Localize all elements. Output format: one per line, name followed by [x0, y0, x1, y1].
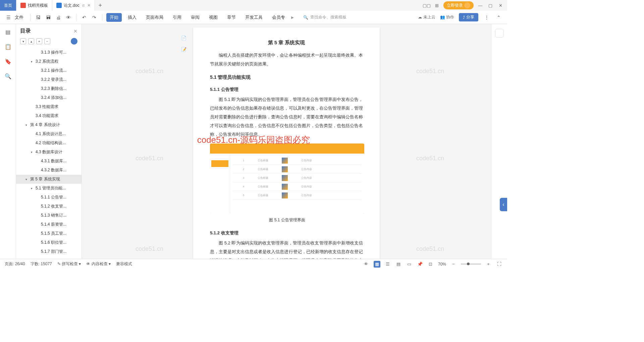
toc-remove-icon[interactable]: − — [44, 38, 50, 44]
toc-item[interactable]: 5.1.1 公告管... — [16, 193, 82, 202]
clipboard-icon[interactable]: 📋 — [4, 43, 12, 50]
undo-icon[interactable]: ↶ — [80, 14, 88, 21]
toc-item[interactable]: ▾4.3 数据库设计 — [16, 148, 82, 157]
zoom-in-icon[interactable]: + — [485, 261, 492, 268]
tab-device-icon[interactable]: ⎚ — [82, 3, 85, 8]
fullscreen-icon[interactable]: ⛶ — [496, 261, 502, 268]
layout-icon[interactable]: ▢▢ — [423, 2, 430, 9]
page-note-icon[interactable]: 📝 — [180, 46, 188, 54]
toc-item[interactable]: 5.1.6 职位管... — [16, 238, 82, 247]
word-count[interactable]: 字数: 15077 — [31, 261, 52, 267]
redo-icon[interactable]: ↷ — [91, 14, 98, 21]
ribbon-tab-view[interactable]: 视图 — [206, 13, 221, 22]
zoom-level[interactable]: 70% — [438, 262, 446, 267]
toc-ai-icon[interactable] — [71, 38, 77, 45]
ribbon-tab-chapter[interactable]: 章节 — [224, 13, 239, 22]
view-web-icon[interactable]: ▤ — [395, 261, 402, 268]
zoom-out-icon[interactable]: − — [450, 261, 457, 268]
page-indicator[interactable]: 页面: 26/40 — [5, 261, 25, 267]
ribbon-search[interactable]: 🔍查找命令、搜索模板 — [303, 14, 346, 20]
view-read-icon[interactable]: ▭ — [406, 261, 413, 268]
toc-item[interactable]: 5.1.3 销售订... — [16, 211, 82, 220]
toc-item[interactable]: ▾3.2 系统流程 — [16, 57, 82, 66]
toc-item[interactable]: 3.2.1 操作流... — [16, 66, 82, 75]
toc-add-icon[interactable]: + — [36, 38, 42, 44]
toc-item[interactable]: ▾第 5 章 系统实现 — [16, 175, 82, 184]
view-outline-icon[interactable]: ☰ — [384, 261, 391, 268]
toc-item[interactable]: 5.1.4 薪资管... — [16, 220, 82, 229]
ribbon-tab-start[interactable]: 开始 — [106, 13, 122, 22]
watermark: code51.cn — [136, 155, 163, 162]
ribbon-tab-dev[interactable]: 开发工具 — [242, 13, 266, 22]
ribbon-tab-member[interactable]: 会员专 — [269, 13, 288, 22]
view-page-icon[interactable]: ▦ — [374, 261, 380, 268]
toc-item-label: 3.3 性能需求 — [36, 104, 58, 110]
close-window-icon[interactable]: ✕ — [497, 2, 504, 9]
search-sidebar-icon[interactable]: 🔍 — [4, 72, 12, 80]
toc-item[interactable]: 3.1.3 操作可... — [16, 48, 82, 57]
save-icon[interactable]: 🖫 — [35, 14, 42, 21]
pin-icon[interactable]: 📌 — [417, 261, 423, 268]
more-icon[interactable]: ⋮ — [483, 14, 490, 21]
toc-item[interactable]: 4.3.1 数据库... — [16, 157, 82, 166]
toc-collapse-icon[interactable]: ▾ — [20, 38, 26, 44]
add-tab-button[interactable]: + — [95, 2, 106, 9]
file-menu[interactable]: 文件 — [15, 14, 23, 20]
ribbon-tab-insert[interactable]: 插入 — [124, 13, 140, 22]
toc-item[interactable]: 3.2.3 删除信... — [16, 84, 82, 93]
toc-item[interactable]: ▾5.1 管理员功能... — [16, 184, 82, 193]
paragraph: 图 5.1 即为编码实现的公告管理界面，管理员在公告管理界面中发布公告，已经发布… — [210, 95, 363, 139]
toc-item[interactable]: 4.2 功能结构设... — [16, 138, 82, 148]
toc-item[interactable]: ▾第 4 章 系统设计 — [16, 120, 82, 129]
preview-icon[interactable]: 👁 — [65, 14, 72, 21]
toc-item[interactable]: 4.3.2 数据库... — [16, 166, 82, 175]
apps-icon[interactable]: ⊞ — [433, 2, 440, 9]
toc-item-label: 3.4 功能需求 — [36, 113, 58, 119]
toc-item[interactable]: 4.1 系统设计思... — [16, 129, 82, 138]
heading-1: 第 5 章 系统实现 — [210, 38, 363, 48]
ribbon-more-icon[interactable]: ▸ — [291, 14, 294, 20]
toc-item[interactable]: 3.2.4 添加信... — [16, 93, 82, 102]
eye-icon[interactable]: 👁 — [363, 261, 370, 268]
toc-item-label: 3.2.2 登录流... — [41, 77, 66, 82]
toc-item[interactable]: 3.2.2 登录流... — [16, 75, 82, 84]
spell-check[interactable]: ✎ 拼写检查 ▾ — [57, 261, 81, 267]
share-button[interactable]: ⤴分享 — [459, 13, 478, 21]
toc-item[interactable]: 5.1.5 员工管... — [16, 229, 82, 238]
toc-item-label: 3.1.3 操作可... — [41, 50, 66, 55]
menu-icon[interactable]: ☰ — [5, 14, 12, 21]
print-icon[interactable]: 🖨 — [55, 14, 62, 21]
ribbon-tab-reference[interactable]: 引用 — [169, 13, 185, 22]
right-panel-toggle-icon[interactable] — [495, 29, 504, 38]
status-bar: 页面: 26/40 字数: 15077 ✎ 拼写检查 ▾ 👁 内容检查 ▾ 兼容… — [0, 259, 507, 269]
page-comment-icon[interactable]: 📄 — [180, 34, 188, 42]
close-tab-icon[interactable]: ✕ — [87, 3, 91, 8]
tab-template[interactable]: 找稻壳模板 — [16, 0, 52, 11]
coop-button[interactable]: 👥 协作 — [440, 14, 454, 20]
side-collapse-tab[interactable]: ‹ — [500, 198, 507, 211]
outline-icon[interactable]: ▤ — [4, 28, 12, 36]
toc-item[interactable]: 3.3 性能需求 — [16, 102, 82, 111]
content-check[interactable]: 👁 内容检查 ▾ — [86, 261, 111, 267]
cloud-status[interactable]: ☁ 未上云 — [418, 14, 435, 20]
toc-expand-icon[interactable]: ▴ — [28, 38, 34, 44]
toc-item[interactable]: 5.1.2 收支管... — [16, 202, 82, 211]
save-as-icon[interactable]: 🖬 — [45, 14, 52, 21]
ribbon-tab-review[interactable]: 审阅 — [187, 13, 203, 22]
toc-item[interactable]: 5.1.7 部门管... — [16, 247, 82, 256]
collapse-ribbon-icon[interactable]: ⌃ — [495, 14, 502, 21]
zoom-slider[interactable] — [461, 264, 481, 265]
toc-list[interactable]: 3.1.3 操作可...▾3.2 系统流程3.2.1 操作流...3.2.2 登… — [16, 46, 82, 259]
bookmark-icon[interactable]: 🔖 — [4, 58, 12, 65]
maximize-icon[interactable]: ▢ — [487, 2, 494, 9]
minimize-icon[interactable]: — — [477, 2, 484, 9]
tab-doc-label: 论文.doc — [64, 3, 79, 8]
tab-document[interactable]: 论文.doc⎚✕ — [52, 0, 95, 11]
login-button[interactable]: 立即登录 — [443, 1, 474, 9]
compat-mode[interactable]: 兼容模式 — [116, 261, 132, 267]
zoom-fit-icon[interactable]: ⊡ — [427, 261, 434, 268]
tab-home[interactable]: 首页 — [0, 0, 16, 11]
toc-close-icon[interactable]: ✕ — [73, 28, 77, 34]
ribbon-tab-layout[interactable]: 页面布局 — [143, 13, 167, 22]
toc-item[interactable]: 3.4 功能需求 — [16, 111, 82, 120]
